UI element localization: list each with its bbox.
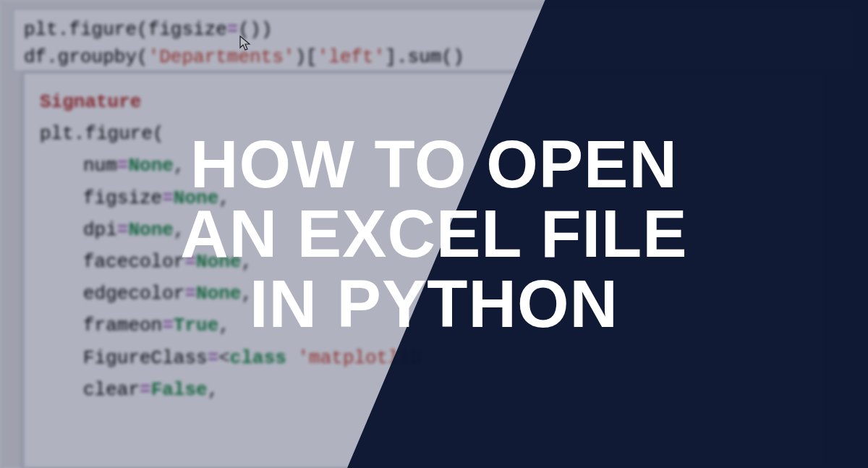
headline-text: HOW TO OPEN AN EXCEL FILE IN PYTHON xyxy=(0,0,868,468)
headline-line-2: AN EXCEL FILE xyxy=(180,199,687,269)
headline-line-3: IN PYTHON xyxy=(250,269,618,339)
headline-line-1: HOW TO OPEN xyxy=(190,129,678,200)
